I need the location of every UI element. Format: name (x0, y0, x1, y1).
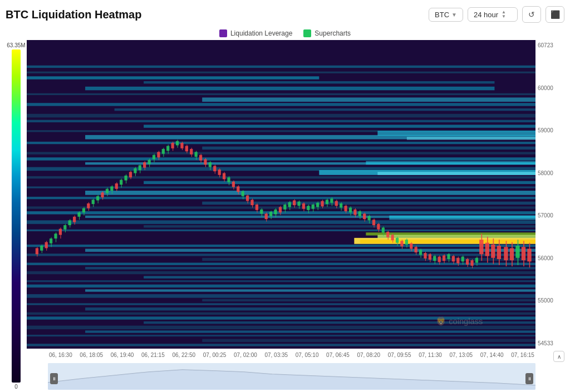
svg-rect-94 (96, 196, 99, 201)
svg-rect-58 (27, 326, 535, 330)
svg-rect-166 (265, 214, 268, 219)
svg-rect-136 (195, 152, 198, 157)
asset-selector-value: BTC (435, 11, 449, 19)
svg-rect-80 (63, 225, 66, 230)
svg-rect-100 (110, 186, 113, 191)
chevron-up-icon: ∧ (557, 354, 561, 360)
refresh-button[interactable]: ↺ (522, 6, 541, 23)
svg-rect-158 (246, 196, 249, 201)
xaxis-row: 06, 16:30 06, 18:05 06, 19:40 06, 21:15 … (27, 349, 564, 361)
asset-selector[interactable]: BTC ▼ (429, 8, 463, 22)
svg-rect-3 (27, 72, 535, 73)
svg-rect-48 (27, 280, 535, 282)
svg-rect-160 (250, 200, 253, 205)
svg-rect-118 (153, 155, 155, 160)
svg-rect-65 (366, 161, 535, 165)
svg-rect-208 (363, 214, 366, 219)
svg-rect-17 (202, 147, 535, 150)
svg-rect-11 (27, 114, 535, 118)
mini-chart[interactable]: ⏸ ⏸ (48, 363, 535, 390)
svg-rect-254 (470, 260, 473, 266)
heatmap-chart[interactable]: 🦁 coinglass (27, 40, 535, 349)
svg-rect-128 (176, 141, 179, 146)
svg-rect-236 (429, 254, 431, 260)
svg-rect-138 (199, 155, 202, 161)
y-label-57000: 57000 (538, 212, 564, 219)
svg-rect-204 (353, 210, 356, 215)
x-label-10: 07, 08:20 (357, 352, 380, 358)
svg-rect-92 (92, 200, 95, 204)
svg-rect-258 (479, 240, 483, 254)
svg-rect-206 (358, 211, 361, 216)
x-axis: 06, 16:30 06, 18:05 06, 19:40 06, 21:15 … (48, 349, 535, 361)
svg-rect-152 (232, 182, 235, 187)
svg-rect-7 (27, 93, 535, 95)
x-label-11: 07, 09:55 (388, 352, 411, 358)
x-label-0: 06, 16:30 (49, 352, 72, 358)
svg-rect-220 (391, 235, 394, 240)
svg-rect-192 (326, 200, 328, 204)
x-label-8: 07, 05:10 (296, 352, 319, 358)
svg-rect-54 (85, 307, 535, 310)
svg-rect-51 (27, 294, 535, 298)
scroll-up-button[interactable]: ∧ (553, 351, 564, 362)
svg-rect-47 (144, 276, 535, 278)
svg-rect-256 (475, 258, 478, 263)
camera-button[interactable]: ⬛ (546, 6, 564, 23)
svg-rect-218 (386, 232, 389, 237)
svg-rect-62 (27, 344, 535, 346)
svg-rect-53 (27, 303, 535, 305)
svg-rect-198 (340, 204, 342, 208)
svg-rect-162 (255, 205, 258, 210)
svg-rect-49 (27, 285, 535, 287)
mini-chart-handle-left[interactable]: ⏸ (50, 373, 58, 384)
svg-rect-214 (377, 224, 380, 230)
svg-rect-116 (148, 160, 150, 164)
svg-rect-41 (85, 249, 535, 251)
svg-rect-188 (316, 203, 319, 207)
svg-rect-70 (40, 246, 43, 251)
y-label-55000: 55000 (538, 297, 564, 304)
svg-rect-6 (85, 87, 494, 91)
svg-rect-268 (510, 248, 514, 260)
svg-rect-228 (410, 244, 412, 249)
svg-rect-272 (522, 247, 525, 260)
svg-rect-196 (335, 201, 338, 206)
scale-bottom-label: 0 (14, 384, 18, 390)
svg-rect-190 (321, 201, 323, 206)
svg-rect-212 (372, 220, 375, 225)
svg-rect-24 (27, 176, 535, 178)
svg-rect-61 (202, 339, 535, 342)
svg-rect-96 (101, 192, 104, 197)
svg-rect-232 (419, 250, 422, 255)
svg-rect-33 (27, 220, 535, 224)
svg-rect-26 (27, 186, 535, 188)
svg-rect-34 (144, 225, 535, 227)
y-label-bottom: 54533 (538, 340, 564, 346)
svg-rect-39 (360, 240, 535, 244)
x-label-12: 07, 11:30 (419, 352, 442, 358)
svg-rect-154 (237, 186, 239, 192)
x-label-14: 07, 14:40 (480, 352, 504, 358)
svg-rect-222 (396, 238, 399, 243)
svg-rect-60 (27, 335, 535, 336)
x-label-4: 06, 22:50 (172, 352, 195, 358)
mini-chart-handle-right[interactable]: ⏸ (525, 373, 533, 384)
svg-rect-76 (54, 234, 57, 239)
time-selector[interactable]: 24 hour ▲▼ (468, 7, 518, 22)
x-label-9: 07, 06:45 (326, 352, 350, 358)
svg-rect-174 (283, 205, 286, 210)
legend-item-supercharts: Supercharts (303, 29, 351, 37)
svg-rect-184 (307, 206, 309, 210)
svg-rect-4 (27, 76, 319, 79)
svg-rect-124 (166, 146, 169, 151)
svg-rect-210 (367, 216, 370, 221)
y-label-top: 60723 (538, 42, 564, 48)
legend: Liquidation Leverage Supercharts (6, 27, 564, 40)
bottom-area: 06, 16:30 06, 18:05 06, 19:40 06, 21:15 … (27, 349, 564, 392)
svg-rect-240 (438, 257, 441, 262)
legend-color-supercharts (303, 29, 311, 37)
svg-rect-108 (129, 172, 132, 177)
svg-rect-170 (274, 210, 277, 215)
svg-rect-200 (344, 206, 347, 211)
